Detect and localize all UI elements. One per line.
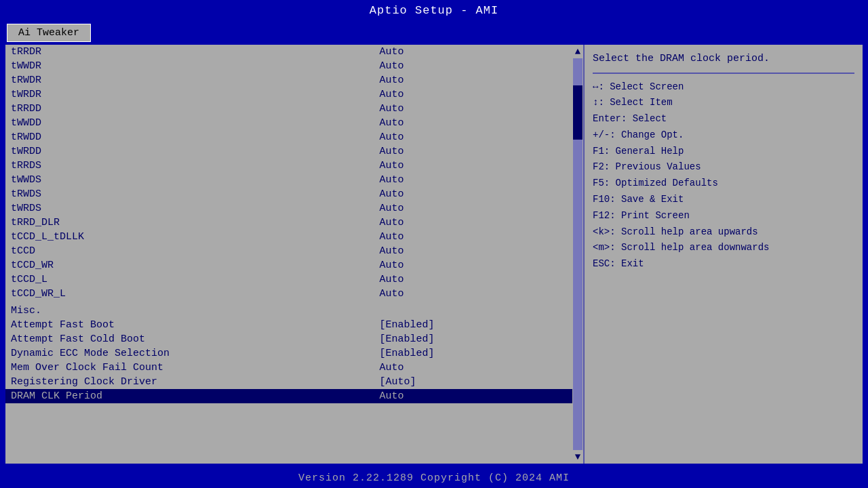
settings-table: tRRDRAutotWWDRAutotRWDRAutotWRDRAutotRRD…: [5, 45, 572, 403]
setting-name: tRRDD: [5, 102, 374, 116]
table-row[interactable]: tRRD_DLRAuto: [5, 216, 572, 230]
setting-name: tRRDR: [5, 45, 374, 59]
table-row[interactable]: tCCD_LAuto: [5, 272, 572, 287]
setting-value: Auto: [374, 216, 572, 230]
setting-name: tCCD: [5, 244, 374, 258]
table-row[interactable]: tRRDDAuto: [5, 102, 572, 116]
key-help-section: ↔: Select Screen↕: Select ItemEnter: Sel…: [593, 79, 854, 273]
setting-value: Auto: [374, 144, 572, 159]
setting-value: Auto: [374, 201, 572, 216]
setting-value: Auto: [374, 258, 572, 272]
setting-value: [Auto]: [374, 375, 572, 389]
key-help-item: ↔: Select Screen: [593, 79, 854, 96]
key-help-item: <m>: Scroll help area downwards: [593, 240, 854, 256]
setting-value: Auto: [374, 272, 572, 287]
table-row[interactable]: Registering Clock Driver[Auto]: [5, 375, 572, 389]
setting-value: Auto: [374, 287, 572, 301]
key-help-item: F1: General Help: [593, 144, 854, 160]
setting-value: Auto: [374, 173, 572, 187]
setting-name: tCCD_WR_L: [5, 287, 374, 301]
table-row[interactable]: tCCDAuto: [5, 244, 572, 258]
key-help-item: <k>: Scroll help area upwards: [593, 224, 854, 241]
setting-name: tWRDR: [5, 87, 374, 102]
setting-name: tWWDD: [5, 116, 374, 130]
scroll-up-arrow[interactable]: ▲: [574, 45, 582, 58]
key-help-item: +/-: Change Opt.: [593, 127, 854, 144]
tab-bar: Ai Tweaker: [0, 21, 868, 42]
divider: [593, 73, 854, 74]
right-panel: Select the DRAM clock period. ↔: Select …: [583, 45, 863, 464]
setting-name: DRAM CLK Period: [5, 389, 374, 403]
setting-value: Auto: [374, 230, 572, 244]
scroll-thumb[interactable]: [573, 85, 583, 140]
footer-text: Version 2.22.1289 Copyright (C) 2024 AMI: [298, 472, 570, 484]
setting-value: [Enabled]: [374, 332, 572, 346]
scroll-down-arrow[interactable]: ▼: [574, 450, 582, 464]
table-row[interactable]: tWWDSAuto: [5, 173, 572, 187]
help-text: Select the DRAM clock period.: [593, 52, 854, 67]
setting-name: tWRDD: [5, 144, 374, 159]
setting-name: tCCD_WR: [5, 258, 374, 272]
scroll-track[interactable]: [573, 58, 583, 450]
setting-value: Auto: [374, 45, 572, 59]
setting-value: Auto: [374, 102, 572, 116]
setting-value: Auto: [374, 87, 572, 102]
setting-value: Auto: [374, 116, 572, 130]
table-row[interactable]: tWRDRAuto: [5, 87, 572, 102]
table-row[interactable]: tCCD_L_tDLLKAuto: [5, 230, 572, 244]
setting-name: tCCD_L: [5, 272, 374, 287]
table-row[interactable]: tRWDRAuto: [5, 73, 572, 87]
setting-value: Auto: [374, 389, 572, 403]
key-help-item: F5: Optimized Defaults: [593, 176, 854, 192]
table-row[interactable]: DRAM CLK PeriodAuto: [5, 389, 572, 403]
table-row[interactable]: tRRDRAuto: [5, 45, 572, 59]
key-help-item: Enter: Select: [593, 111, 854, 127]
key-help-item: ESC: Exit: [593, 256, 854, 272]
app-title: Aptio Setup - AMI: [370, 4, 498, 17]
setting-name: Attempt Fast Cold Boot: [5, 332, 374, 346]
setting-name: tWRDS: [5, 201, 374, 216]
setting-value: Auto: [374, 59, 572, 73]
setting-name: tRWDS: [5, 187, 374, 201]
misc-section-label-row: Misc.: [5, 301, 572, 318]
setting-value: Auto: [374, 187, 572, 201]
setting-name: Mem Over Clock Fail Count: [5, 361, 374, 375]
table-row[interactable]: tWWDDAuto: [5, 116, 572, 130]
footer: Version 2.22.1289 Copyright (C) 2024 AMI: [0, 468, 868, 488]
table-row[interactable]: Attempt Fast Cold Boot[Enabled]: [5, 332, 572, 346]
setting-name: tWWDR: [5, 59, 374, 73]
scrollbar[interactable]: ▲ ▼: [572, 45, 583, 464]
left-panel: tRRDRAutotWWDRAutotRWDRAutotWRDRAutotRRD…: [5, 45, 572, 464]
table-row[interactable]: Mem Over Clock Fail CountAuto: [5, 361, 572, 375]
table-row[interactable]: tRWDSAuto: [5, 187, 572, 201]
setting-value: [Enabled]: [374, 346, 572, 361]
table-row[interactable]: tCCD_WRAuto: [5, 258, 572, 272]
table-row[interactable]: tWRDDAuto: [5, 144, 572, 159]
tab-ai-tweaker[interactable]: Ai Tweaker: [7, 24, 91, 42]
key-help-item: F2: Previous Values: [593, 159, 854, 176]
setting-value: Auto: [374, 244, 572, 258]
setting-value: Auto: [374, 159, 572, 173]
table-row[interactable]: tWRDSAuto: [5, 201, 572, 216]
misc-section-label: Misc.: [5, 301, 572, 318]
key-help-item: F12: Print Screen: [593, 208, 854, 224]
setting-name: tWWDS: [5, 173, 374, 187]
setting-name: tRWDR: [5, 73, 374, 87]
setting-name: tRWDD: [5, 130, 374, 144]
setting-value: Auto: [374, 130, 572, 144]
setting-name: Registering Clock Driver: [5, 375, 374, 389]
setting-name: Dynamic ECC Mode Selection: [5, 346, 374, 361]
main-content: tRRDRAutotWWDRAutotRWDRAutotWRDRAutotRRD…: [5, 45, 863, 464]
setting-name: tCCD_L_tDLLK: [5, 230, 374, 244]
setting-name: tRRDS: [5, 159, 374, 173]
table-row[interactable]: Dynamic ECC Mode Selection[Enabled]: [5, 346, 572, 361]
table-row[interactable]: Attempt Fast Boot[Enabled]: [5, 318, 572, 332]
setting-value: Auto: [374, 73, 572, 87]
table-row[interactable]: tRRDSAuto: [5, 159, 572, 173]
key-help-item: ↕: Select Item: [593, 95, 854, 111]
table-row[interactable]: tCCD_WR_LAuto: [5, 287, 572, 301]
table-row[interactable]: tWWDRAuto: [5, 59, 572, 73]
setting-value: [Enabled]: [374, 318, 572, 332]
table-row[interactable]: tRWDDAuto: [5, 130, 572, 144]
title-bar: Aptio Setup - AMI: [0, 0, 868, 21]
